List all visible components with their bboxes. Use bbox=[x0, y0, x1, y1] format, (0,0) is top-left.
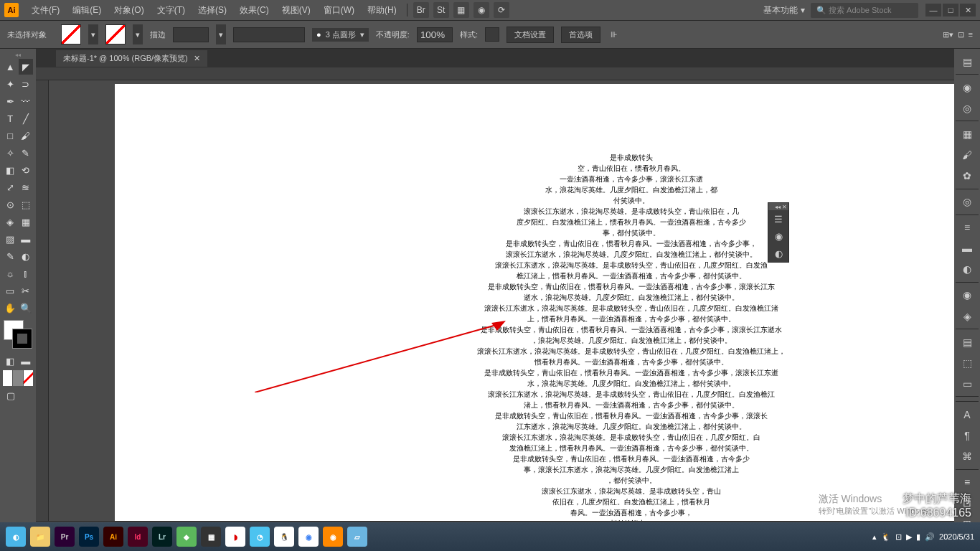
graphic-styles-icon[interactable]: ◈ bbox=[957, 306, 977, 326]
stroke-weight-input[interactable] bbox=[173, 27, 209, 42]
character-panel-icon[interactable]: A bbox=[957, 405, 977, 424]
zoom-tool[interactable]: 🔍 bbox=[19, 300, 34, 316]
direct-selection-tool[interactable]: ◤ bbox=[19, 59, 34, 75]
pen-tool[interactable]: ✒ bbox=[3, 93, 18, 109]
align-panel-icon[interactable]: ≡ bbox=[957, 473, 977, 492]
clock-date[interactable]: 2020/5/31 bbox=[939, 532, 974, 541]
character-icon[interactable]: ☰ bbox=[768, 210, 788, 227]
pin-icon[interactable]: ⊪ bbox=[611, 30, 618, 39]
document-setup-button[interactable]: 文档设置 bbox=[507, 27, 554, 43]
taskbar-app[interactable]: ▱ bbox=[347, 527, 367, 547]
taskbar-app[interactable]: Pr bbox=[55, 527, 75, 547]
taskbar-app[interactable]: Ai bbox=[103, 527, 123, 547]
flag-icon[interactable]: ▶ bbox=[906, 532, 912, 542]
mesh-tool[interactable]: ▨ bbox=[3, 231, 18, 247]
menu-window[interactable]: 窗口(W) bbox=[318, 1, 360, 19]
gradient-panel-icon[interactable]: ▬ bbox=[957, 239, 977, 258]
shaper-tool[interactable]: ✧ bbox=[3, 145, 18, 161]
paintbrush-tool[interactable]: 🖌 bbox=[19, 128, 34, 143]
workspace-selector[interactable]: 基本功能 ▾ bbox=[759, 3, 809, 18]
color-mode-icon[interactable]: ◧ bbox=[3, 353, 18, 369]
opentype-icon[interactable]: ◐ bbox=[768, 245, 788, 262]
draw-behind-icon[interactable] bbox=[13, 370, 22, 386]
column-graph-tool[interactable]: ⫿ bbox=[19, 265, 34, 281]
floating-panel[interactable]: ◂◂ ✕ ☰ ◉ ◐ bbox=[768, 202, 789, 263]
network-icon[interactable]: ▮ bbox=[916, 532, 920, 542]
menu-edit[interactable]: 编辑(E) bbox=[67, 1, 107, 19]
close-button[interactable]: ✕ bbox=[960, 4, 976, 17]
slice-tool[interactable]: ✂ bbox=[19, 283, 34, 298]
paragraph-icon[interactable]: ◉ bbox=[768, 227, 788, 245]
horizontal-ruler[interactable] bbox=[36, 67, 954, 80]
warp-tool[interactable]: ⊙ bbox=[3, 197, 18, 212]
taskbar-app[interactable]: Lr bbox=[152, 527, 172, 547]
menu-help[interactable]: 帮助(H) bbox=[362, 1, 402, 19]
taskbar-app[interactable]: Ps bbox=[79, 527, 99, 547]
taskbar-app[interactable]: ◗ bbox=[225, 527, 245, 547]
magic-wand-tool[interactable]: ✦ bbox=[3, 76, 18, 92]
layers-icon[interactable]: ▤ bbox=[957, 332, 977, 352]
profile-input[interactable] bbox=[233, 27, 305, 42]
menu-type[interactable]: 文字(T) bbox=[151, 1, 191, 19]
gradient-tool[interactable]: ▬ bbox=[19, 231, 34, 247]
symbol-sprayer-tool[interactable]: ☼ bbox=[3, 265, 18, 281]
artboards-icon[interactable]: ▭ bbox=[957, 374, 977, 393]
toolbox-handle[interactable] bbox=[3, 52, 33, 57]
taskbar-app[interactable]: ◆ bbox=[176, 527, 197, 547]
stroke-weight-dropdown[interactable]: ▾ bbox=[216, 24, 226, 44]
shape-builder-tool[interactable]: ◈ bbox=[3, 214, 18, 230]
blend-tool[interactable]: ◐ bbox=[19, 248, 34, 264]
taskbar-app[interactable]: 🐧 bbox=[274, 527, 294, 547]
stock-icon[interactable]: St bbox=[433, 2, 449, 18]
taskbar-app[interactable]: ▦ bbox=[201, 527, 221, 547]
opacity-input[interactable] bbox=[417, 27, 453, 42]
arrange-icon[interactable]: ▦ bbox=[453, 2, 469, 18]
color-well[interactable] bbox=[4, 320, 32, 349]
align-icon[interactable]: ⊞▾ bbox=[943, 30, 953, 39]
stroke-dropdown[interactable]: ▾ bbox=[133, 24, 143, 44]
tab-close-icon[interactable]: ✕ bbox=[194, 54, 200, 63]
selection-tool[interactable]: ▲ bbox=[3, 59, 18, 75]
width-tool[interactable]: ≋ bbox=[19, 179, 34, 195]
free-transform-tool[interactable]: ⬚ bbox=[19, 197, 34, 212]
transform-panel-icon[interactable]: ⊡ bbox=[958, 30, 964, 39]
search-stock-input[interactable]: 🔍 搜索 Adobe Stock bbox=[811, 3, 918, 18]
appearance-icon[interactable]: ◉ bbox=[957, 286, 977, 305]
menu-object[interactable]: 对象(O) bbox=[108, 1, 149, 19]
cc-libraries-icon[interactable]: ◎ bbox=[957, 192, 977, 212]
menu-select[interactable]: 选择(S) bbox=[192, 1, 232, 19]
taskbar-app[interactable]: 📁 bbox=[30, 527, 50, 547]
swatches-icon[interactable]: ▦ bbox=[957, 124, 977, 143]
taskbar-app[interactable]: ◉ bbox=[323, 527, 343, 547]
color-guide-icon[interactable]: ◎ bbox=[957, 98, 977, 118]
rotate-tool[interactable]: ⟲ bbox=[19, 162, 34, 178]
tray-icon[interactable]: ⊡ bbox=[895, 532, 902, 542]
sync-icon[interactable]: ⟳ bbox=[494, 2, 509, 18]
document-tab[interactable]: 未标题-1* @ 100% (RGB/像素预览) ✕ bbox=[56, 50, 207, 67]
menu-effect[interactable]: 效果(C) bbox=[234, 1, 275, 19]
brushes-icon[interactable]: 🖌 bbox=[957, 145, 977, 164]
stroke-color[interactable] bbox=[12, 329, 32, 349]
system-tray[interactable]: ▴ 🐧 ⊡ ▶ ▮ 🔊 2020/5/31 bbox=[872, 532, 974, 542]
scale-tool[interactable]: ⤢ bbox=[3, 179, 18, 195]
maximize-button[interactable]: □ bbox=[943, 4, 958, 17]
tray-up-icon[interactable]: ▴ bbox=[872, 532, 877, 542]
qq-icon[interactable]: 🐧 bbox=[881, 532, 891, 542]
eyedropper-tool[interactable]: ✎ bbox=[3, 248, 18, 264]
type-tool[interactable]: T bbox=[3, 110, 18, 126]
line-tool[interactable]: ╱ bbox=[19, 110, 34, 126]
draw-normal-icon[interactable] bbox=[3, 370, 12, 386]
glyphs-icon[interactable]: ⌘ bbox=[957, 447, 977, 466]
menu-view[interactable]: 视图(V) bbox=[276, 1, 316, 19]
screen-mode-icon[interactable]: ▢ bbox=[3, 387, 19, 403]
vertical-ruler[interactable] bbox=[36, 80, 49, 521]
minimize-button[interactable]: — bbox=[925, 4, 941, 17]
preferences-button[interactable]: 首选项 bbox=[561, 27, 600, 43]
symbols-icon[interactable]: ✿ bbox=[957, 166, 977, 185]
taskbar-app[interactable]: ◔ bbox=[250, 527, 270, 547]
lasso-tool[interactable]: ⊃ bbox=[19, 76, 34, 92]
gradient-mode-icon[interactable]: ▬ bbox=[19, 353, 34, 369]
stroke-swatch[interactable] bbox=[105, 24, 126, 44]
taskbar-app[interactable]: Id bbox=[128, 527, 148, 547]
transparency-icon[interactable]: ◐ bbox=[957, 260, 977, 279]
